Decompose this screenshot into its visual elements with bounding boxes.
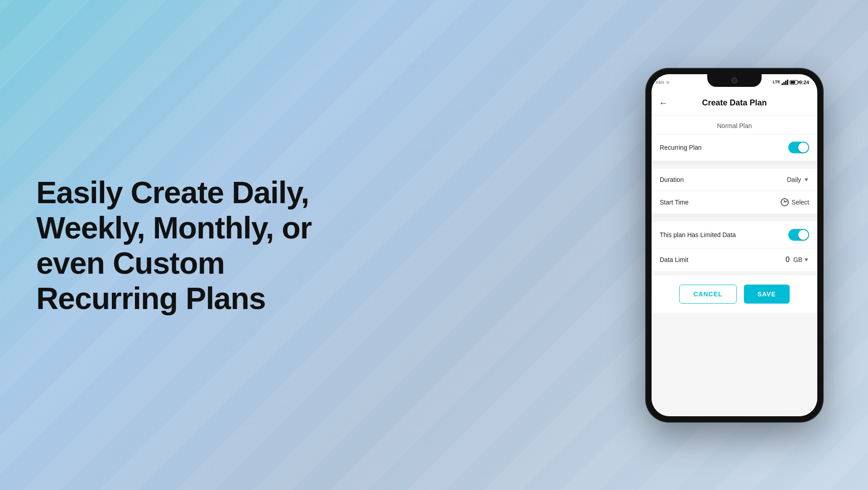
app-content: Normal Plan Recurring Plan Duration D: [652, 116, 817, 416]
limited-data-label: This plan Has Limited Data: [660, 231, 736, 238]
status-left: Kb/s ⊙: [656, 80, 670, 85]
recurring-plan-label: Recurring Plan: [660, 144, 702, 151]
phone-mockup: Kb/s ⊙ LTE 9: [646, 69, 823, 422]
front-camera: [731, 77, 738, 84]
data-speed: Kb/s: [656, 80, 664, 85]
status-right: LTE 9:24: [773, 80, 809, 85]
signal-bars: [782, 80, 788, 85]
limited-data-toggle[interactable]: [788, 229, 809, 241]
duration-card: Duration Daily ▼ Start Time: [652, 169, 817, 214]
action-buttons: CANCEL SAVE: [652, 276, 817, 313]
back-button[interactable]: ←: [659, 98, 668, 108]
left-hero-text: Easily Create Daily, Weekly, Monthly, or…: [36, 174, 353, 316]
unit-dropdown[interactable]: GB ▼: [793, 256, 809, 263]
phone-screen: Kb/s ⊙ LTE 9: [652, 74, 817, 416]
data-limit-row: Data Limit 0 GB ▼: [652, 248, 817, 271]
lte-icon: LTE: [773, 80, 780, 84]
data-limit-card: This plan Has Limited Data Data Limit 0 …: [652, 222, 817, 271]
start-time-row: Start Time Select: [652, 191, 817, 214]
cancel-button[interactable]: CANCEL: [679, 285, 736, 304]
duration-row: Duration Daily ▼: [652, 169, 817, 191]
duration-text: Daily: [787, 176, 801, 183]
recurring-plan-row: Recurring Plan: [652, 134, 817, 161]
clock-hand-minute: [785, 200, 787, 202]
wifi-icon: ⊙: [666, 80, 670, 85]
unit-dropdown-arrow: ▼: [804, 257, 809, 263]
clock-icon: [781, 198, 789, 206]
start-time-label: Start Time: [660, 199, 689, 206]
toggle-thumb-2: [798, 230, 808, 240]
headline: Easily Create Daily, Weekly, Monthly, or…: [36, 174, 353, 316]
time-display: 9:24: [799, 80, 809, 85]
page-title: Create Data Plan: [673, 98, 796, 108]
duration-label: Duration: [660, 176, 684, 183]
duration-value[interactable]: Daily ▼: [787, 176, 809, 183]
start-time-select[interactable]: Select: [781, 198, 809, 206]
phone-frame: Kb/s ⊙ LTE 9: [646, 69, 823, 422]
divider-1: [652, 161, 817, 164]
recurring-plan-toggle[interactable]: [788, 142, 809, 153]
unit-label: GB: [793, 256, 802, 263]
phone-notch: [707, 74, 762, 87]
data-limit-value: 0 GB ▼: [786, 256, 809, 264]
data-limit-number[interactable]: 0: [786, 256, 790, 264]
toggle-thumb: [798, 143, 808, 152]
limited-data-row: This plan Has Limited Data: [652, 222, 817, 248]
select-label: Select: [791, 199, 809, 206]
battery-icon: [790, 80, 798, 85]
normal-plan-label: Normal Plan: [652, 116, 817, 134]
app-header: ← Create Data Plan: [652, 90, 817, 116]
save-button[interactable]: SAVE: [744, 285, 790, 304]
plan-type-card: Normal Plan Recurring Plan: [652, 116, 817, 161]
duration-dropdown-arrow: ▼: [804, 176, 809, 183]
data-limit-label: Data Limit: [660, 256, 688, 263]
divider-2: [652, 214, 817, 217]
